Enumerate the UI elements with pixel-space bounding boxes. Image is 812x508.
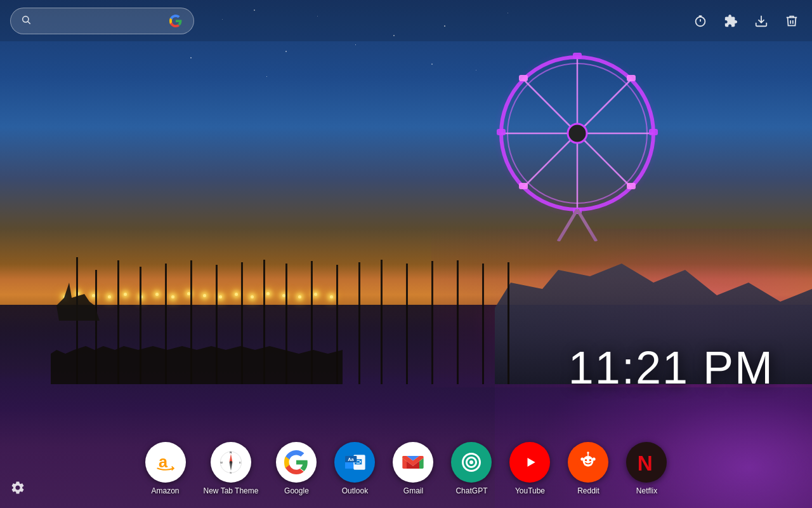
header-bar: [0, 0, 812, 41]
dock-item-new-tab-theme[interactable]: N S W E New Tab Theme: [204, 442, 259, 495]
svg-point-51: [589, 459, 591, 461]
svg-point-52: [581, 457, 584, 460]
timer-icon[interactable]: [690, 11, 710, 31]
svg-text:E: E: [239, 460, 241, 464]
header-right-icons: [690, 11, 802, 31]
search-icon: [21, 15, 31, 27]
search-bar[interactable]: [10, 8, 194, 34]
svg-rect-14: [649, 129, 658, 135]
youtube-label: YouTube: [515, 486, 545, 495]
ferris-wheel: [482, 51, 672, 241]
settings-button[interactable]: [10, 480, 25, 499]
trash-icon[interactable]: [782, 11, 802, 31]
svg-text:N: N: [230, 450, 232, 453]
svg-point-45: [469, 460, 473, 464]
svg-point-49: [583, 456, 594, 467]
svg-point-34: [230, 460, 232, 463]
outlook-icon: ✉ Aa: [334, 442, 375, 483]
svg-point-10: [568, 124, 587, 143]
clock-display: 11:21 PM: [568, 342, 774, 394]
dock-item-youtube[interactable]: YouTube: [509, 442, 550, 495]
dock-item-gmail[interactable]: Gmail: [393, 442, 433, 495]
svg-line-9: [523, 133, 577, 187]
svg-rect-13: [497, 129, 506, 135]
dock-item-amazon[interactable]: a Amazon: [145, 442, 186, 495]
download-icon[interactable]: [751, 11, 771, 31]
extensions-icon[interactable]: [721, 11, 741, 31]
dock-item-reddit[interactable]: Reddit: [568, 442, 608, 495]
amazon-icon: a: [145, 442, 186, 483]
chatgpt-icon: [451, 442, 492, 483]
svg-line-8: [577, 79, 631, 133]
svg-line-6: [523, 79, 577, 133]
google-label: Google: [284, 486, 309, 495]
dock: a Amazon N S W E New Tab Theme: [0, 435, 812, 508]
svg-text:W: W: [220, 460, 223, 464]
dock-item-netflix[interactable]: N Netflix: [626, 442, 667, 495]
svg-point-22: [23, 16, 29, 22]
youtube-icon: [509, 442, 550, 483]
reddit-label: Reddit: [577, 486, 599, 495]
netflix-label: Netflix: [636, 486, 657, 495]
new-tab-theme-icon: N S W E: [211, 442, 251, 483]
reddit-icon: [568, 442, 608, 483]
svg-text:N: N: [638, 451, 653, 474]
amazon-label: Amazon: [152, 486, 180, 495]
gmail-icon: [393, 442, 433, 483]
dock-item-google[interactable]: Google: [276, 442, 317, 495]
dock-item-chatgpt[interactable]: ChatGPT: [451, 442, 492, 495]
svg-text:S: S: [230, 471, 232, 474]
outlook-label: Outlook: [342, 486, 368, 495]
gmail-label: Gmail: [403, 486, 423, 495]
dock-item-outlook[interactable]: ✉ Aa Outlook: [334, 442, 375, 495]
svg-point-24: [696, 17, 705, 26]
svg-text:a: a: [158, 452, 167, 470]
search-input[interactable]: [36, 16, 168, 26]
svg-text:Aa: Aa: [348, 457, 355, 462]
svg-point-53: [593, 457, 596, 460]
new-tab-theme-label: New Tab Theme: [204, 486, 259, 495]
svg-point-50: [585, 459, 587, 461]
chatgpt-label: ChatGPT: [455, 486, 487, 495]
google-logo-in-search: [168, 13, 183, 29]
svg-line-23: [28, 22, 30, 24]
svg-line-7: [577, 133, 631, 187]
google-icon: [276, 442, 317, 483]
netflix-icon: N: [626, 442, 667, 483]
svg-point-55: [587, 451, 589, 453]
